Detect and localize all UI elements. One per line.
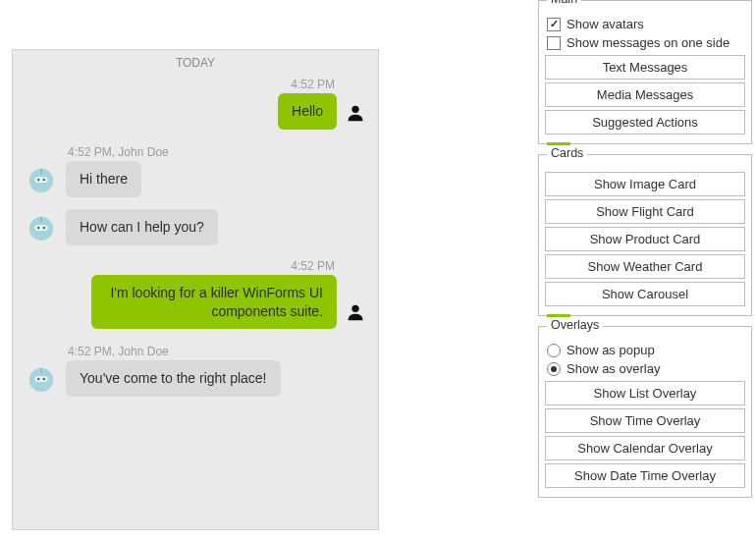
- svg-point-0: [351, 106, 358, 113]
- message-bubble: Hello: [278, 93, 337, 130]
- svg-point-9: [351, 305, 358, 312]
- radio-label: Show as popup: [567, 343, 655, 357]
- group-cards: Cards Show Image Card Show Flight Card S…: [538, 154, 752, 316]
- show-list-overlay-button[interactable]: Show List Overlay: [545, 381, 745, 405]
- show-image-card-button[interactable]: Show Image Card: [545, 172, 745, 196]
- message-bubble: I'm looking for a killer WinForms UI com…: [91, 275, 337, 330]
- svg-point-7: [37, 226, 40, 229]
- radio-icon: [547, 344, 561, 357]
- settings-panel: Main Show avatars Show messages on one s…: [538, 0, 752, 498]
- suggested-actions-button[interactable]: Suggested Actions: [545, 110, 745, 135]
- svg-rect-2: [34, 177, 47, 183]
- message-bubble: Hi there: [66, 161, 141, 197]
- date-separator: TODAY: [13, 50, 378, 74]
- show-time-overlay-button[interactable]: Show Time Overlay: [545, 408, 745, 433]
- user-avatar-icon: [345, 102, 366, 124]
- message-out: 4:52 PM Hello: [13, 74, 378, 135]
- radio-show-as-popup[interactable]: Show as popup: [545, 341, 745, 359]
- group-title: Overlays: [547, 318, 603, 332]
- show-product-card-button[interactable]: Show Product Card: [545, 227, 745, 251]
- message-bubble: You've come to the right place!: [66, 360, 281, 397]
- show-weather-card-button[interactable]: Show Weather Card: [545, 254, 745, 279]
- svg-rect-11: [34, 377, 47, 383]
- svg-point-4: [43, 179, 46, 182]
- group-title: Cards: [547, 146, 587, 160]
- checkbox-show-avatars[interactable]: Show avatars: [545, 15, 745, 33]
- svg-point-13: [43, 378, 46, 381]
- bot-avatar-icon: [27, 365, 56, 395]
- bot-avatar-icon: [27, 166, 56, 195]
- message-out: 4:52 PM I'm looking for a killer WinForm…: [13, 251, 378, 336]
- user-avatar-icon: [345, 301, 366, 323]
- message-in: You've come to the right place!: [13, 360, 378, 403]
- checkbox-icon: [547, 36, 561, 50]
- svg-point-12: [37, 378, 40, 381]
- bot-avatar-icon: [27, 214, 56, 243]
- show-date-time-overlay-button[interactable]: Show Date Time Overlay: [545, 463, 745, 488]
- show-carousel-button[interactable]: Show Carousel: [545, 282, 745, 306]
- chat-panel: TODAY 4:52 PM Hello 4:52 PM, John Doe Hi…: [12, 49, 379, 530]
- radio-icon: [547, 362, 561, 376]
- message-time: 4:52 PM: [291, 259, 335, 273]
- show-calendar-overlay-button[interactable]: Show Calendar Overlay: [545, 436, 745, 460]
- checkbox-icon: [547, 18, 561, 31]
- group-main: Main Show avatars Show messages on one s…: [538, 0, 752, 144]
- group-title: Main: [547, 0, 581, 6]
- media-messages-button[interactable]: Media Messages: [545, 82, 745, 107]
- message-bubble: How can I help you?: [66, 209, 218, 245]
- svg-rect-6: [34, 225, 47, 231]
- svg-point-3: [37, 179, 40, 182]
- radio-label: Show as overlay: [567, 361, 660, 376]
- svg-point-8: [43, 226, 46, 229]
- show-flight-card-button[interactable]: Show Flight Card: [545, 199, 745, 224]
- message-in: How can I help you?: [13, 203, 378, 251]
- radio-show-as-overlay[interactable]: Show as overlay: [545, 359, 745, 378]
- message-time: 4:52 PM: [291, 78, 335, 91]
- message-meta: 4:52 PM, John Doe: [13, 135, 378, 161]
- checkbox-label: Show avatars: [567, 17, 644, 31]
- checkbox-label: Show messages on one side: [567, 35, 729, 50]
- message-meta: 4:52 PM, John Doe: [13, 335, 378, 360]
- checkbox-one-side[interactable]: Show messages on one side: [545, 33, 745, 52]
- text-messages-button[interactable]: Text Messages: [545, 55, 745, 80]
- group-overlays: Overlays Show as popup Show as overlay S…: [538, 326, 752, 498]
- message-in: Hi there: [13, 161, 378, 203]
